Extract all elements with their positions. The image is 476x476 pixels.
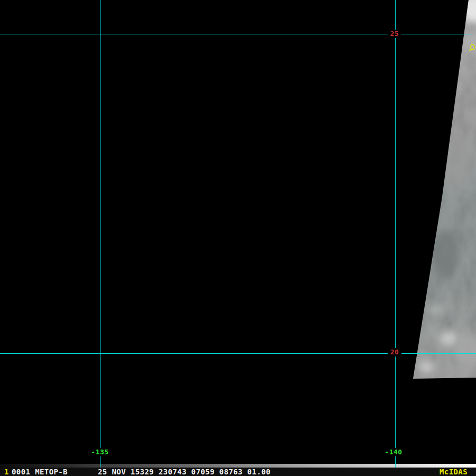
- graticule-parallel-20n: [0, 353, 476, 354]
- latitude-label-20: 20: [388, 348, 401, 356]
- satellite-image-swath[interactable]: [0, 0, 476, 476]
- mcidas-logo: McIDAS: [440, 468, 468, 476]
- graticule-parallel-25n: [0, 34, 472, 34]
- grayscale-enhancement-bar: [0, 464, 476, 468]
- image-date-time-info: 25 NOV 15329 230743 07059 08763 01.00: [98, 468, 271, 476]
- mcidas-viewer: 25 20 -135 -140 1 0001 METOP-B 25 NOV 15…: [0, 0, 476, 476]
- graticule-meridian-135w: [100, 0, 100, 468]
- image-id-satellite-label: 0001 METOP-B: [12, 468, 68, 476]
- longitude-label-140w: -140: [383, 448, 404, 456]
- longitude-label-135w: -135: [90, 448, 110, 456]
- circle-with-tail-marker-icon: [468, 42, 476, 54]
- latitude-label-25: 25: [388, 30, 401, 38]
- status-bar: 1 0001 METOP-B 25 NOV 15329 230743 07059…: [0, 468, 476, 476]
- frame-number: 1: [4, 468, 9, 476]
- graticule-meridian-140w: [395, 0, 396, 468]
